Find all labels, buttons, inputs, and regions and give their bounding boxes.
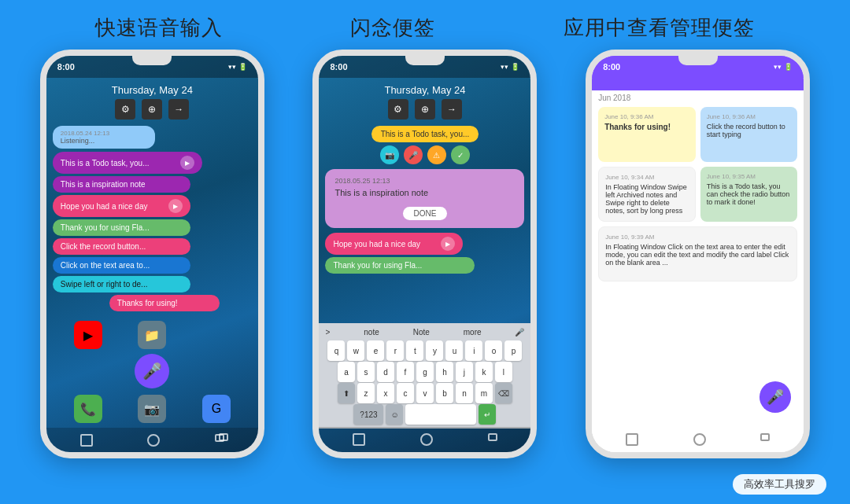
key-t[interactable]: t	[406, 340, 423, 361]
phone1-app-icons: ▶ 📁	[46, 316, 258, 354]
notes-mic-fab[interactable]: 🎤	[759, 381, 791, 413]
warning-action[interactable]: ⚠	[427, 145, 446, 164]
phone2-note-2: Thank you for using Fla...	[325, 257, 475, 274]
key-q[interactable]: q	[327, 340, 345, 361]
recents-btn-2[interactable]	[488, 433, 497, 441]
settings-btn[interactable]: ⚙	[115, 99, 135, 120]
mic-action[interactable]: 🎤	[404, 145, 423, 164]
note-card-5[interactable]: June 10, 9:39 AM In Floating Window Clic…	[598, 226, 797, 281]
phone-icon[interactable]: 📞	[74, 395, 102, 423]
key-l[interactable]: l	[495, 362, 512, 382]
note-bubble-8: Thanks for using!	[109, 295, 220, 311]
note-bubble-3: Hope you had a nice day ▶	[53, 195, 190, 217]
notes-grid: June 10, 9:36 AM Thanks for using! June …	[592, 104, 804, 285]
add-btn[interactable]: ⊕	[142, 99, 162, 120]
phone1-notch	[132, 56, 172, 65]
key-r[interactable]: r	[386, 340, 404, 361]
key-c[interactable]: c	[397, 383, 414, 403]
phone3-title: 应用中查看管理便签	[564, 14, 755, 42]
note-card-5-date: June 10, 9:39 AM	[605, 234, 790, 241]
settings-btn-2[interactable]: ⚙	[388, 99, 408, 120]
key-a[interactable]: a	[338, 362, 355, 382]
wifi-icon: ▾▾	[228, 63, 236, 71]
key-num[interactable]: ?123	[353, 404, 383, 425]
key-o[interactable]: o	[485, 340, 502, 361]
back-btn-3[interactable]	[626, 433, 638, 446]
back-btn-2[interactable]	[353, 433, 365, 446]
play-btn-3[interactable]: ▶	[168, 199, 183, 213]
check-action[interactable]: ✓	[451, 145, 470, 164]
phone1-screen: 8:00 ▾▾ 🔋 Thursday, May 24 ⚙ ⊕ → 2018.05…	[46, 56, 258, 452]
note-card-2[interactable]: June 10, 9:36 AM Click the record button…	[700, 107, 798, 162]
key-f[interactable]: f	[397, 362, 414, 382]
key-y[interactable]: y	[426, 340, 443, 361]
phone1-title: 快速语音输入	[95, 14, 223, 42]
key-x[interactable]: x	[377, 383, 394, 403]
key-space[interactable]	[405, 404, 476, 425]
play-btn-p2-1[interactable]: ▶	[441, 237, 455, 251]
note-card-2-body: Click the record button to start typing	[707, 123, 792, 138]
key-j[interactable]: j	[456, 362, 473, 382]
key-e[interactable]: e	[367, 340, 384, 361]
key-g[interactable]: g	[416, 362, 434, 382]
recents-btn-3[interactable]	[760, 433, 770, 441]
note-card-1-title: Thanks for using!	[604, 123, 689, 131]
key-enter[interactable]: ↵	[479, 404, 496, 425]
phone1: 8:00 ▾▾ 🔋 Thursday, May 24 ⚙ ⊕ → 2018.05…	[40, 50, 264, 458]
note-bubble-2: This is a inspiration note	[53, 176, 190, 193]
keyboard-mic-icon[interactable]: 🎤	[515, 328, 524, 337]
key-m[interactable]: m	[475, 383, 493, 403]
floating-note-card: 2018.05.25 12:13 This is a inspiration n…	[325, 169, 524, 228]
home-btn[interactable]	[147, 434, 160, 447]
back-btn[interactable]	[80, 434, 93, 447]
phone2-screen: 8:00 ▾▾ 🔋 Thursday, May 24 ⚙ ⊕ → This is…	[319, 56, 530, 452]
key-s[interactable]: s	[357, 362, 375, 382]
home-btn-2[interactable]	[420, 433, 433, 446]
key-p[interactable]: p	[504, 340, 522, 361]
phone3-nav-bar	[592, 427, 804, 452]
key-backspace[interactable]: ⌫	[495, 383, 512, 403]
phone1-toolbar: ⚙ ⊕ →	[46, 99, 258, 120]
arrow-btn[interactable]: →	[168, 99, 189, 120]
key-shift[interactable]: ⬆	[338, 383, 355, 403]
note-card-3[interactable]: June 10, 9:34 AM In Floating Window Swip…	[598, 167, 696, 222]
keyboard-row-1: q w e r t y u i o p	[320, 340, 529, 361]
key-v[interactable]: v	[416, 383, 434, 403]
camera-icon[interactable]: 📷	[138, 395, 166, 423]
camera-action[interactable]: 📷	[380, 145, 399, 164]
keyboard-toolbar: > note Note more 🎤	[320, 326, 529, 340]
key-emoji[interactable]: ☺	[386, 404, 403, 425]
note-bubble-7: Swipe left or right to de...	[53, 276, 190, 292]
battery-icon-2: 🔋	[511, 63, 519, 71]
key-b[interactable]: b	[436, 383, 453, 403]
action-circles: 📷 🎤 ⚠ ✓	[319, 145, 530, 164]
note-card-4[interactable]: June 10, 9:35 AM This is a Todo task, yo…	[700, 167, 798, 222]
recents-btn[interactable]	[215, 434, 224, 442]
done-container: DONE	[334, 204, 515, 220]
todo-bubble: This is a Todo task, you...	[371, 126, 479, 142]
note-card-1-date: June 10, 9:36 AM	[604, 113, 689, 120]
google-icon[interactable]: G	[202, 395, 231, 423]
arrow-btn-2[interactable]: →	[442, 99, 462, 120]
youtube-icon[interactable]: ▶	[74, 321, 102, 349]
key-d[interactable]: d	[377, 362, 394, 382]
key-h[interactable]: h	[436, 362, 453, 382]
note-card-4-body: This is a Todo task, you can check the r…	[707, 182, 792, 206]
key-z[interactable]: z	[357, 383, 375, 403]
key-n[interactable]: n	[456, 383, 473, 403]
add-btn-2[interactable]: ⊕	[415, 99, 435, 120]
done-button[interactable]: DONE	[403, 207, 448, 220]
key-k[interactable]: k	[475, 362, 493, 382]
files-icon[interactable]: 📁	[138, 321, 166, 349]
key-u[interactable]: u	[445, 340, 463, 361]
keyboard-row-3: ⬆ z x c v b n m ⌫	[320, 383, 529, 403]
note-card-4-date: June 10, 9:35 AM	[707, 173, 792, 180]
home-btn-3[interactable]	[693, 433, 706, 446]
key-w[interactable]: w	[347, 340, 364, 361]
key-i[interactable]: i	[465, 340, 482, 361]
play-btn-1[interactable]: ▶	[180, 156, 194, 170]
note-card-3-date: June 10, 9:34 AM	[605, 174, 689, 181]
mic-fab-1[interactable]: 🎤	[135, 354, 169, 388]
note-card-1[interactable]: June 10, 9:36 AM Thanks for using!	[598, 107, 696, 162]
wifi-icon-2: ▾▾	[501, 63, 508, 71]
